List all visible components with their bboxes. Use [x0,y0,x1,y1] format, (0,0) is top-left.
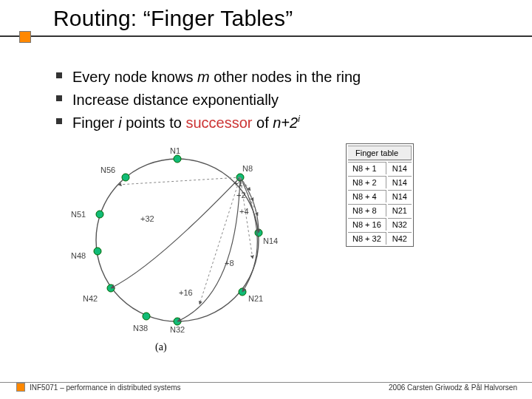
ft-c: N8 + 1 [348,162,386,174]
ft-c: N42 [388,232,412,245]
svg-point-8 [94,248,101,255]
ft-c: N14 [388,190,412,202]
bullet-3: Finger i points to successor of n+2i [55,112,528,134]
title-underline [0,35,532,37]
bullet-3-text-b: points to [126,115,185,131]
bullet-3-text-a: Finger [72,115,118,131]
svg-point-6 [143,313,150,320]
bullet-1-text-b: other nodes in the ring [210,69,361,85]
footer-left: INF5071 – performance in distributed sys… [30,383,181,392]
svg-point-9 [96,211,103,218]
page-title: Routing: “Finger Tables” [53,6,293,31]
bullet-3-successor: successor [185,115,252,131]
ft-c: N21 [388,204,412,216]
ft-c: N32 [388,218,412,231]
ft-c: N14 [388,176,412,188]
bullet-3-expr: n+2i [273,115,300,131]
ft-c: N14 [388,162,412,174]
ft-c: N8 + 8 [348,204,386,216]
footer-right: 2006 Carsten Griwodz & Pål Halvorsen [389,383,517,392]
table-row: N8 + 4N14 [348,190,412,202]
ring-label-n51: N51 [71,210,86,219]
bullet-3-text-c: of [252,115,273,131]
bullet-1-text-a: Every node knows [72,69,197,85]
offset-label-1: +1 [233,179,243,188]
ring-label-n38: N38 [133,324,148,332]
bullet-3-sup: i [298,114,300,124]
accent-square-icon [19,31,31,43]
table-row: N8 + 16N32 [348,218,412,231]
ring-label-n1: N1 [170,146,180,155]
ring-label-n14: N14 [263,236,278,245]
offset-label-16: +16 [179,288,193,297]
footer: INF5071 – performance in distributed sys… [0,380,532,395]
ring-label-n32: N32 [170,325,185,334]
svg-point-10 [122,174,129,181]
bullet-1: Every node knows m other nodes in the ri… [55,66,528,88]
finger-table: Finger table N8 + 1N14 N8 + 2N14 N8 + 4N… [346,143,414,247]
ft-c: N8 + 16 [348,218,386,231]
subfigure-label: (a) [155,341,167,353]
title-bar: Routing: “Finger Tables” [0,4,532,37]
figure: N1 N8 N14 N21 N32 N38 N42 N48 N51 N56 +1… [30,133,502,355]
footer-accent-icon [16,383,25,392]
offset-label-2: +2 [236,191,246,200]
finger-table-caption: Finger table [348,146,412,160]
ft-c: N8 + 2 [348,176,386,188]
table-row: N8 + 32N42 [348,232,412,245]
ft-c: N8 + 32 [348,232,386,245]
offset-label-8: +8 [225,259,234,267]
bullet-list: Every node knows m other nodes in the ri… [25,66,528,135]
ring-label-n42: N42 [83,294,98,303]
offset-label-4: +4 [239,207,249,216]
bullet-3-base: n+2 [273,115,298,131]
ring-label-n8: N8 [242,164,253,173]
ring-label-n21: N21 [248,294,263,303]
bullet-2: Increase distance exponentially [55,89,528,111]
offset-label-32: +32 [140,214,154,223]
table-row: N8 + 2N14 [348,176,412,188]
slide: Routing: “Finger Tables” Every node know… [0,0,532,399]
bullet-1-m: m [197,69,210,85]
bullet-3-i: i [118,115,126,131]
table-row: N8 + 1N14 [348,162,412,174]
svg-point-1 [174,155,181,163]
ft-c: N8 + 4 [348,190,386,202]
ring-label-n56: N56 [100,166,115,174]
table-row: N8 + 8N21 [348,204,412,216]
ring-label-n48: N48 [71,251,86,260]
